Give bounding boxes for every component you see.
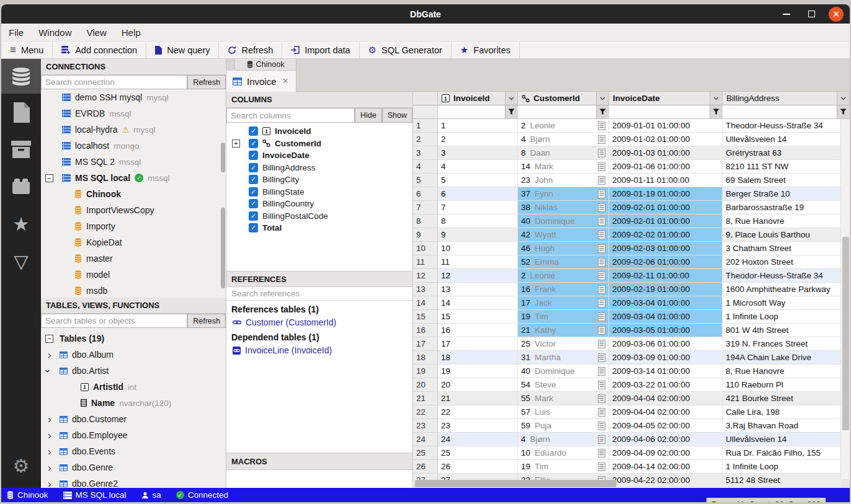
cell-billingaddress[interactable]: 801 W 4th Street: [723, 324, 850, 337]
detail-document-icon[interactable]: [598, 326, 605, 335]
scrollbar-thumb[interactable]: [415, 480, 617, 487]
rail-files-icon[interactable]: [1, 94, 41, 131]
column-checkbox[interactable]: ✓: [249, 187, 258, 197]
cell-customerid[interactable]: 31 Martha: [518, 351, 609, 365]
new-query-button[interactable]: New query: [146, 42, 219, 58]
filter-funnel-button[interactable]: [710, 105, 722, 118]
connections-search-input[interactable]: [41, 75, 187, 89]
tree-item[interactable]: − › › 1 Name nvarchar(120): [41, 395, 226, 411]
column-header-customerid[interactable]: CustomerId: [518, 92, 609, 105]
cell-invoiceid[interactable]: 24: [438, 433, 518, 446]
chevron-right-icon[interactable]: ›: [48, 446, 51, 457]
column-item[interactable]: + ✓ 1 Total: [226, 222, 412, 234]
tab-group-chinook[interactable]: Chinook: [234, 59, 296, 71]
cell-invoiceid[interactable]: 5: [438, 174, 518, 187]
cell-billingaddress[interactable]: Ullevålsveien 14: [723, 433, 850, 446]
tree-item[interactable]: − › › 1 dbo.Artist: [41, 363, 226, 379]
sql-generator-button[interactable]: ⚙ SQL Generator: [360, 42, 452, 58]
cell-customerid[interactable]: 2 Leonie: [518, 269, 609, 283]
filter-funnel-button[interactable]: [837, 105, 849, 118]
menu-file[interactable]: File: [9, 27, 24, 38]
cell-billingaddress[interactable]: 9, Place Louis Barthou: [723, 228, 850, 242]
cell-billingaddress[interactable]: 1600 Amphitheatre Parkway: [723, 283, 850, 296]
cell-invoicedate[interactable]: 2009-02-06 01:00:00: [609, 255, 723, 269]
cell-invoicedate[interactable]: 2009-03-05 01:00:00: [609, 324, 723, 337]
collapse-expander-icon[interactable]: −: [45, 335, 53, 343]
menu-view[interactable]: View: [87, 27, 107, 38]
row-number-cell[interactable]: 3: [413, 146, 438, 160]
row-number-cell[interactable]: 16: [413, 324, 438, 337]
cell-customerid[interactable]: 19 Tim: [518, 460, 609, 474]
column-checkbox[interactable]: ✓: [249, 139, 258, 148]
row-number-cell[interactable]: 15: [413, 310, 438, 324]
cell-customerid[interactable]: 59 Puja: [518, 419, 609, 433]
filter-funnel-button[interactable]: [505, 105, 517, 118]
cell-customerid[interactable]: 55 Mark: [518, 392, 609, 405]
cell-invoiceid[interactable]: 20: [438, 378, 518, 392]
row-number-cell[interactable]: 23: [413, 419, 438, 433]
expand-plus-icon[interactable]: +: [232, 139, 240, 148]
cell-billingaddress[interactable]: 110 Raeburn Pl: [723, 378, 850, 392]
detail-document-icon[interactable]: [598, 435, 605, 444]
maximize-button[interactable]: [804, 7, 819, 22]
connections-refresh-button[interactable]: Refresh: [187, 75, 226, 89]
row-number-cell[interactable]: 7: [413, 201, 438, 214]
cell-customerid[interactable]: 46 Hugh: [518, 242, 609, 255]
connection-item[interactable]: − Chinook ⚠ ✓: [41, 186, 226, 202]
connection-item[interactable]: − localhost ⚠ ✓ mongo: [41, 138, 226, 154]
cell-invoicedate[interactable]: 2009-02-02 01:00:00: [609, 228, 723, 242]
import-data-button[interactable]: Import data: [282, 42, 359, 58]
cell-billingaddress[interactable]: Grétrystraat 63: [723, 146, 850, 160]
close-button[interactable]: ✕: [829, 7, 844, 22]
detail-document-icon[interactable]: [598, 135, 605, 144]
row-number-cell[interactable]: 25: [413, 446, 438, 460]
cell-invoiceid[interactable]: 3: [438, 146, 518, 160]
cell-billingaddress[interactable]: 319 N. Frances Street: [723, 337, 850, 351]
detail-document-icon[interactable]: [598, 244, 605, 253]
cell-billingaddress[interactable]: 194A Chain Lake Drive: [723, 351, 850, 365]
row-number-cell[interactable]: 4: [413, 160, 438, 174]
column-item[interactable]: + ✓ 1 BillingCity: [226, 174, 412, 186]
cell-customerid[interactable]: 19 Tim: [518, 310, 609, 324]
connection-item[interactable]: − local-hydra ⚠ ✓ mysql: [41, 122, 226, 138]
detail-document-icon[interactable]: [598, 381, 605, 389]
cell-invoiceid[interactable]: 2: [438, 133, 518, 146]
row-number-cell[interactable]: 12: [413, 269, 438, 283]
tab-invoice[interactable]: Invoice ×: [226, 71, 296, 92]
tab-close-icon[interactable]: ×: [283, 76, 288, 87]
cell-customerid[interactable]: 37 Fynn: [518, 187, 609, 201]
cell-invoicedate[interactable]: 2009-01-02 01:00:00: [609, 133, 723, 146]
column-menu-button[interactable]: [710, 92, 722, 105]
cell-billingaddress[interactable]: 202 Hoxton Street: [723, 255, 850, 269]
connection-item[interactable]: − MS SQL 2 ⚠ ✓ mssql: [41, 154, 226, 170]
cell-invoicedate[interactable]: 2009-03-06 01:00:00: [609, 337, 723, 351]
cell-invoiceid[interactable]: 18: [438, 351, 518, 365]
row-number-cell[interactable]: 1: [413, 119, 438, 133]
cell-billingaddress[interactable]: 8210 111 ST NW: [723, 160, 850, 174]
collapse-expander-icon[interactable]: −: [45, 174, 53, 182]
cell-billingaddress[interactable]: Rua Dr. Falcão Filho, 155: [723, 446, 850, 460]
cell-invoiceid[interactable]: 13: [438, 283, 518, 296]
cell-customerid[interactable]: 14 Mark: [518, 160, 609, 174]
row-number-cell[interactable]: 14: [413, 296, 438, 310]
cell-invoiceid[interactable]: 10: [438, 242, 518, 255]
detail-document-icon[interactable]: [598, 176, 605, 185]
cell-customerid[interactable]: 42 Wyatt: [518, 228, 609, 242]
detail-document-icon[interactable]: [598, 285, 605, 294]
row-number-cell[interactable]: 11: [413, 255, 438, 269]
scrollbar-thumb[interactable]: [842, 237, 849, 430]
cell-invoiceid[interactable]: 19: [438, 365, 518, 378]
cell-invoicedate[interactable]: 2009-02-19 01:00:00: [609, 283, 723, 296]
cell-customerid[interactable]: 4 Bjørn: [518, 433, 609, 446]
detail-document-icon[interactable]: [598, 422, 605, 430]
tree-item[interactable]: − › › 1 dbo.Genre: [41, 459, 226, 475]
tree-item[interactable]: − › › 1 dbo.Customer: [41, 411, 226, 427]
tables-refresh-button[interactable]: Refresh: [187, 314, 226, 328]
cell-invoicedate[interactable]: 2009-02-01 01:00:00: [609, 214, 723, 228]
chevron-right-icon[interactable]: ›: [48, 414, 51, 425]
cell-billingaddress[interactable]: Theodor-Heuss-Straße 34: [723, 269, 850, 283]
cell-customerid[interactable]: 23 John: [518, 174, 609, 187]
cell-customerid[interactable]: 54 Steve: [518, 378, 609, 392]
connection-item[interactable]: − MS SQL local ⚠ ✓ mssql: [41, 170, 226, 186]
cell-billingaddress[interactable]: 1 Infinite Loop: [723, 460, 850, 474]
